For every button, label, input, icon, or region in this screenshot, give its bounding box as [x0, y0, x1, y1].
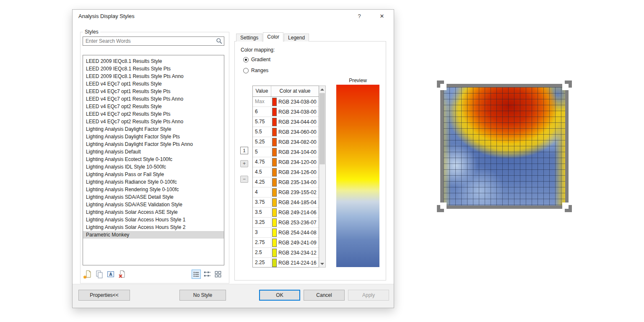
color-cell[interactable]: RGB 234-120-00: [271, 157, 319, 167]
no-style-button[interactable]: No Style: [179, 290, 226, 301]
style-list-item[interactable]: Lighting Analysis Rendering Style 0-100f…: [83, 186, 224, 193]
color-swatch[interactable]: [272, 249, 277, 257]
color-cell[interactable]: RGB 239-155-02: [271, 187, 319, 197]
color-cell[interactable]: RGB 234-082-00: [271, 137, 319, 147]
table-row[interactable]: 2.75 RGB 249-241-09: [253, 238, 319, 248]
table-row[interactable]: 5.75 RGB 234-044-00: [253, 117, 319, 127]
color-swatch[interactable]: [272, 229, 277, 237]
style-list-item[interactable]: Lighting Analysis Solar Access ASE Style: [83, 208, 224, 216]
table-row[interactable]: 4.25 RGB 235-134-00: [253, 177, 319, 187]
style-list-item[interactable]: LEED v4 EQc7 opt2 Results Style: [83, 103, 224, 110]
table-row[interactable]: 2.5 RGB 234-234-12: [253, 248, 319, 258]
cancel-button[interactable]: Cancel: [304, 290, 345, 301]
color-cell[interactable]: RGB 253-236-07: [271, 218, 319, 227]
style-list[interactable]: LEED 2009 IEQc8.1 Results StyleLEED 2009…: [83, 55, 224, 265]
style-list-item[interactable]: Lighting Analysis Pass or Fail Style: [83, 171, 224, 178]
style-list-item[interactable]: Lighting Analysis Daylight Factor Style …: [83, 133, 224, 140]
color-cell[interactable]: RGB 234-038-00: [271, 107, 319, 117]
style-list-item[interactable]: Lighting Analysis Ecotect Style 0-100fc: [83, 156, 224, 163]
style-list-item[interactable]: Lighting Analysis Default: [83, 148, 224, 156]
gradient-radio-icon[interactable]: [243, 57, 249, 62]
table-row[interactable]: 5.5 RGB 234-060-00: [253, 127, 319, 137]
value-cell[interactable]: 4.25: [253, 177, 271, 187]
ok-button[interactable]: OK: [259, 290, 300, 301]
color-swatch[interactable]: [272, 188, 277, 197]
ranges-radio-icon[interactable]: [243, 68, 249, 73]
color-swatch[interactable]: [272, 198, 277, 207]
color-cell[interactable]: RGB 234-044-00: [271, 117, 319, 127]
color-cell[interactable]: RGB 254-244-08: [271, 228, 319, 237]
style-list-item[interactable]: LEED v4 EQc7 opt2 Results Style Pts Anno: [83, 118, 224, 125]
search-icon[interactable]: [215, 37, 224, 45]
color-swatch[interactable]: [272, 108, 277, 116]
value-cell[interactable]: 4: [253, 187, 271, 197]
gradient-radio[interactable]: Gradient: [243, 57, 270, 62]
new-style-button[interactable]: ✱: [83, 270, 93, 279]
color-cell[interactable]: RGB 234-234-12: [271, 248, 319, 257]
table-row[interactable]: 3.75 RGB 244-185-04: [253, 197, 319, 208]
large-icons-view-button[interactable]: [213, 270, 223, 279]
style-list-item[interactable]: Parametric Monkey: [83, 231, 224, 239]
table-row[interactable]: 2.25 RGB 214-224-16: [253, 258, 319, 268]
table-row[interactable]: 5.25 RGB 234-082-00: [253, 137, 319, 147]
delete-style-button[interactable]: [117, 270, 127, 279]
value-cell[interactable]: 2.75: [253, 238, 271, 247]
value-cell[interactable]: 2.25: [253, 258, 271, 268]
color-swatch[interactable]: [272, 168, 277, 177]
duplicate-style-button[interactable]: [95, 270, 104, 279]
color-swatch[interactable]: [272, 118, 277, 126]
style-list-item[interactable]: LEED v4 EQc7 opt2 Results Style Pts: [83, 110, 224, 118]
color-swatch[interactable]: [272, 208, 277, 217]
search-input[interactable]: [83, 37, 215, 45]
style-list-item[interactable]: LEED v4 EQc7 opt1 Results Style Pts: [83, 88, 224, 95]
scroll-down-button[interactable]: [319, 260, 325, 267]
color-swatch[interactable]: [272, 178, 277, 187]
table-row[interactable]: 4 RGB 239-155-02: [253, 187, 319, 197]
value-cell[interactable]: 3.25: [253, 218, 271, 227]
style-list-item[interactable]: LEED 2009 IEQc8.1 Results Style: [83, 57, 224, 65]
style-list-item[interactable]: LEED 2009 IEQc8.1 Results Style Pts Anno: [83, 73, 224, 80]
properties-button[interactable]: Properties<<: [78, 290, 130, 301]
color-swatch[interactable]: [272, 158, 277, 166]
value-cell[interactable]: Max: [253, 97, 271, 106]
rename-style-button[interactable]: A: [106, 270, 115, 279]
style-list-item[interactable]: Lighting Analysis Solar Access Hours Sty…: [83, 216, 224, 223]
value-cell[interactable]: 3.5: [253, 208, 271, 217]
color-swatch[interactable]: [272, 239, 277, 247]
color-cell[interactable]: RGB 234-060-00: [271, 127, 319, 137]
scrollbar-thumb[interactable]: [319, 93, 325, 164]
dialog-titlebar[interactable]: Analysis Display Styles ? ✕: [73, 10, 394, 23]
table-row[interactable]: 5 RGB 234-104-00: [253, 147, 319, 157]
value-cell[interactable]: 5.75: [253, 117, 271, 127]
color-cell[interactable]: RGB 244-185-04: [271, 197, 319, 207]
help-button[interactable]: ?: [353, 10, 366, 23]
scroll-up-button[interactable]: [319, 86, 325, 93]
list-view-button[interactable]: [192, 270, 201, 279]
table-row[interactable]: 3 RGB 254-244-08: [253, 228, 319, 238]
table-row[interactable]: 4.75 RGB 234-120-00: [253, 157, 319, 167]
add-value-button[interactable]: +: [240, 160, 248, 167]
value-cell[interactable]: 5.25: [253, 137, 271, 147]
color-cell[interactable]: RGB 235-134-00: [271, 177, 319, 187]
color-cell[interactable]: RGB 234-038-00: [271, 97, 319, 106]
style-list-item[interactable]: LEED v4 EQc7 opt1 Results Style Pts Anno: [83, 95, 224, 103]
table-scrollbar[interactable]: [319, 86, 326, 267]
style-list-item[interactable]: Lighting Analysis SDA/ASE Validation Sty…: [83, 201, 224, 208]
table-row[interactable]: 3.25 RGB 253-236-07: [253, 218, 319, 228]
color-swatch[interactable]: [272, 259, 277, 267]
table-row[interactable]: 4.5 RGB 234-126-00: [253, 167, 319, 177]
value-cell[interactable]: 3.75: [253, 197, 271, 207]
tab-legend[interactable]: Legend: [284, 34, 309, 42]
value-cell[interactable]: 5.5: [253, 127, 271, 137]
color-cell[interactable]: RGB 214-224-16: [271, 258, 319, 268]
value-cell[interactable]: 3: [253, 228, 271, 237]
value-cell[interactable]: 5: [253, 147, 271, 157]
ranges-radio[interactable]: Ranges: [243, 68, 268, 73]
style-list-item[interactable]: Lighting Analysis Daylight Factor Style: [83, 125, 224, 133]
value-cell[interactable]: 4.5: [253, 167, 271, 177]
color-swatch[interactable]: [272, 218, 277, 227]
search-box[interactable]: [83, 36, 224, 46]
color-cell[interactable]: RGB 234-126-00: [271, 167, 319, 177]
style-list-item[interactable]: Lighting Analysis Daylight Factor Style …: [83, 140, 224, 148]
color-cell[interactable]: RGB 234-104-00: [271, 147, 319, 157]
